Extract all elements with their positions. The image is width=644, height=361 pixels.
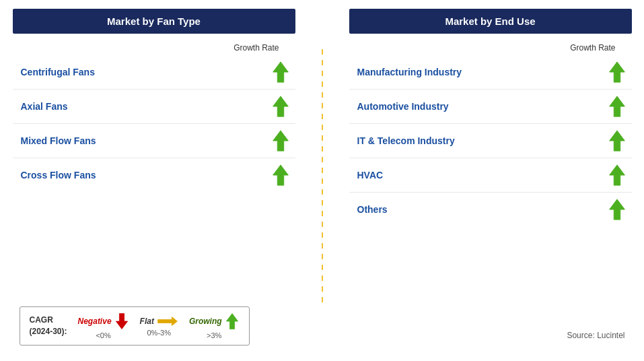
end-use-row-others: Others (349, 193, 632, 226)
end-use-panel: Market by End Use Growth Rate Manufactur… (349, 9, 632, 226)
end-use-label-automotive: Automotive Industry (357, 101, 449, 112)
svg-marker-1 (273, 96, 288, 117)
fan-row-cross: Cross Flow Fans (13, 158, 295, 192)
legend-negative-sub: <0% (96, 331, 110, 339)
svg-marker-11 (226, 313, 238, 329)
arrow-up-cross (271, 164, 290, 187)
fan-type-header: Market by Fan Type (13, 9, 295, 34)
arrow-up-axial (271, 95, 290, 118)
end-use-row-automotive: Automotive Industry (349, 90, 632, 124)
fan-row-centrifugal: Centrifugal Fans (13, 55, 295, 90)
legend-growing-label: Growing (189, 317, 222, 326)
legend-box: CAGR(2024-30): Negative <0% Flat 0%-3% (20, 306, 250, 346)
end-use-label-hvac: HVAC (357, 170, 384, 180)
end-use-growth-label: Growth Rate (349, 43, 632, 53)
end-use-label-manufacturing: Manufacturing Industry (357, 67, 462, 77)
svg-marker-6 (609, 131, 624, 151)
svg-marker-5 (609, 96, 624, 117)
svg-marker-0 (273, 62, 288, 82)
svg-marker-7 (609, 165, 624, 185)
legend-flat-row: Flat (140, 315, 178, 327)
svg-marker-10 (158, 317, 178, 326)
legend-negative-label: Negative (78, 317, 112, 326)
end-use-row-it-telecom: IT & Telecom Industry (349, 124, 632, 158)
end-use-header: Market by End Use (349, 9, 632, 34)
legend-growing-sub: >3% (207, 331, 221, 339)
fan-label-mixed: Mixed Flow Fans (21, 135, 96, 146)
fan-label-cross: Cross Flow Fans (21, 170, 96, 180)
divider (322, 9, 323, 352)
legend-growing-row: Growing (189, 313, 240, 330)
legend-flat-sub: 0%-3% (147, 329, 171, 337)
legend-growing: Growing >3% (189, 313, 240, 339)
arrow-up-others (608, 198, 627, 221)
dashed-line (322, 49, 323, 305)
arrow-up-manufacturing (608, 61, 627, 84)
legend-negative: Negative <0% (78, 313, 129, 339)
svg-marker-9 (116, 313, 127, 329)
fan-type-rows: Centrifugal Fans Axial Fans Mixed Flow F… (13, 55, 295, 192)
end-use-label-others: Others (357, 204, 388, 215)
legend-negative-row: Negative (78, 313, 129, 330)
arrow-up-green-legend-icon (225, 313, 240, 330)
arrow-down-red-icon (114, 313, 129, 330)
fan-type-growth-label: Growth Rate (13, 43, 295, 53)
fan-row-mixed: Mixed Flow Fans (13, 124, 295, 158)
end-use-rows: Manufacturing Industry Automotive Indust… (349, 55, 632, 226)
source-label: Source: Lucintel (567, 331, 624, 340)
legend-flat: Flat 0%-3% (140, 315, 178, 337)
svg-marker-8 (609, 199, 624, 220)
fan-label-axial: Axial Fans (21, 101, 68, 112)
svg-marker-2 (273, 131, 288, 151)
arrow-up-mixed (271, 129, 290, 152)
end-use-label-it-telecom: IT & Telecom Industry (357, 135, 455, 146)
legend-cagr-label: CAGR(2024-30): (30, 315, 67, 337)
svg-marker-3 (273, 165, 288, 185)
arrow-right-yellow-icon (157, 315, 178, 327)
arrow-up-centrifugal (271, 61, 290, 84)
end-use-row-hvac: HVAC (349, 158, 632, 193)
legend-flat-label: Flat (140, 317, 154, 326)
end-use-row-manufacturing: Manufacturing Industry (349, 55, 632, 90)
fan-row-axial: Axial Fans (13, 90, 295, 124)
arrow-up-it-telecom (608, 129, 627, 152)
fan-label-centrifugal: Centrifugal Fans (21, 67, 95, 77)
arrow-up-automotive (608, 95, 627, 118)
arrow-up-hvac (608, 164, 627, 187)
fan-type-panel: Market by Fan Type Growth Rate Centrifug… (13, 9, 295, 192)
svg-marker-4 (609, 62, 624, 82)
